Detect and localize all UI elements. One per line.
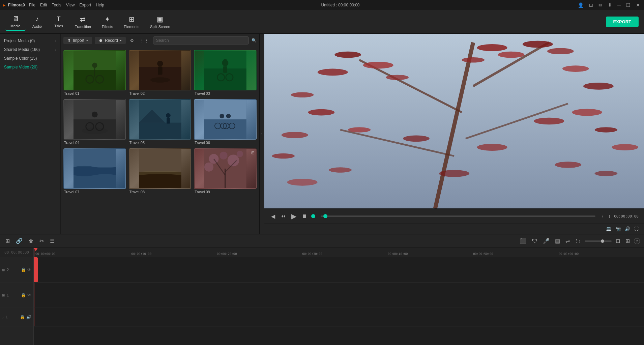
search-input[interactable]	[153, 36, 249, 45]
zoom-handle[interactable]	[601, 239, 604, 243]
export-button[interactable]: EXPORT	[606, 17, 639, 27]
toolbar-effects[interactable]: ✦ Effects	[97, 13, 118, 31]
fullscreen-icon[interactable]: 💻	[606, 226, 611, 231]
menu-edit[interactable]: Edit	[40, 3, 47, 7]
timeline: ⊞ 🔗 🗑 ✂ ☰ ⬛ 🛡 🎤 ▤ ⇌ ⭮ ⊡ ⊞ ? 00:00:00:00	[0, 234, 644, 345]
volume-icon[interactable]: 🔊	[625, 226, 630, 231]
download-icon[interactable]: ⬇	[607, 2, 613, 8]
toolbar-audio[interactable]: ♪ Audio	[27, 13, 47, 30]
track-lock-icon[interactable]: 🔒	[20, 315, 25, 319]
loop-icon[interactable]: ⭮	[574, 237, 582, 245]
sidebar-item-sample-video[interactable]: Sample Video (20)	[0, 63, 60, 71]
maximize-icon[interactable]: ⊡	[588, 2, 594, 8]
media-item-travel05[interactable]: Travel 05	[129, 99, 192, 146]
sidebar-item-shared-media[interactable]: Shared Media (166) ›	[0, 45, 60, 54]
track-scroll-area: 00:00:00:00 00:00:10:00 00:00:20:00 00:0…	[34, 248, 644, 345]
account-icon[interactable]: 👤	[577, 2, 585, 8]
media-item-travel02[interactable]: Travel 02	[129, 50, 192, 96]
delete-tool[interactable]: 🗑	[27, 238, 35, 245]
search-icon[interactable]: 🔍	[252, 38, 257, 43]
ruler-tick-0: 00:00:00:00	[35, 252, 56, 256]
media-item-travel09[interactable]: ⊞ Travel 09	[194, 148, 257, 195]
media-item-travel04[interactable]: Travel 04	[63, 99, 126, 146]
svg-point-66	[562, 65, 589, 72]
play-btn[interactable]: ▶	[290, 211, 298, 221]
track-eye-icon[interactable]: 👁	[27, 267, 31, 272]
adjust-tool[interactable]: ☰	[49, 237, 56, 245]
preview-progress-bar[interactable]	[321, 215, 595, 217]
svg-point-19	[82, 127, 108, 134]
svg-point-75	[403, 135, 430, 142]
toolbar-media[interactable]: 🖥 Media	[5, 13, 26, 31]
sidebar-item-sample-color[interactable]: Sample Color (15)	[0, 54, 60, 63]
track-lock-icon[interactable]: 🔒	[21, 293, 26, 297]
toolbar-transition[interactable]: ⇄ Transition	[70, 13, 96, 31]
menu-tools[interactable]: Tools	[52, 3, 61, 7]
track-eye-icon[interactable]: 👁	[27, 293, 31, 297]
zoom-slider[interactable]	[585, 240, 612, 242]
shield-icon[interactable]: 🛡	[531, 237, 539, 245]
media-item-travel07[interactable]: Travel 07	[63, 148, 126, 195]
track-content-audio[interactable]	[34, 308, 644, 326]
link-icon[interactable]: 🔗	[14, 237, 24, 245]
out-point-icon[interactable]: }	[609, 214, 610, 218]
progress-dot	[323, 214, 327, 218]
grid-icon[interactable]: ⋮⋮	[138, 37, 150, 44]
svg-rect-10	[158, 66, 163, 75]
svg-point-58	[498, 52, 524, 58]
track-content-1[interactable]	[34, 283, 644, 308]
record-button[interactable]: ⏺ Record ▾	[95, 37, 126, 44]
cut-tool[interactable]: ✂	[38, 237, 45, 245]
mic-icon[interactable]: 🎤	[541, 237, 551, 245]
media-item-travel06[interactable]: Travel 06	[194, 99, 257, 146]
restore-btn[interactable]: ❐	[625, 2, 632, 8]
zoom-to-fit[interactable]: ⊡	[614, 237, 621, 245]
media-item-travel01[interactable]: ⊞ Travel 01	[63, 50, 126, 96]
aspect-ratio-icon[interactable]: ⛶	[634, 226, 639, 231]
media-item-travel08[interactable]: Travel 08	[129, 148, 192, 195]
prev-frame-btn[interactable]: ◀	[270, 212, 276, 220]
track-volume-icon[interactable]: 🔊	[26, 315, 31, 319]
media-item-label: Travel 01	[63, 90, 126, 96]
audio-note-icon: ♪	[2, 315, 4, 319]
content-area: Project Media (0) › Shared Media (166) ›…	[0, 34, 644, 234]
menu-view[interactable]: View	[66, 3, 75, 7]
svg-point-64	[386, 75, 409, 80]
track-number-a1: 1	[6, 315, 8, 319]
menu-file[interactable]: File	[29, 3, 35, 7]
import-button[interactable]: ⬆ Import ▾	[63, 37, 92, 44]
timeline-settings[interactable]: ⊞	[624, 237, 631, 245]
in-point-icon[interactable]: {	[602, 214, 603, 218]
notification-icon[interactable]: ✉	[597, 2, 604, 8]
transition2-icon[interactable]: ⇌	[564, 237, 571, 245]
close-btn[interactable]: ✕	[635, 2, 641, 8]
toolbar-titles[interactable]: T Titles	[49, 13, 69, 30]
screenshot-icon[interactable]: 📷	[615, 226, 621, 231]
media-item-label: Travel 03	[194, 90, 257, 96]
media-item-label: Travel 09	[194, 189, 257, 195]
toolbar-splitscreen[interactable]: ▣ Split Screen	[145, 13, 175, 31]
stop-btn[interactable]: ⏹	[300, 212, 309, 220]
help-icon[interactable]: ?	[634, 238, 640, 244]
track-1-icons: 🔒 👁	[21, 293, 31, 297]
menu-export[interactable]: Export	[79, 3, 91, 7]
sidebar-item-project-media[interactable]: Project Media (0) ›	[0, 36, 60, 45]
render-icon[interactable]: ⬛	[519, 237, 528, 245]
filter-icon[interactable]: ⚙	[128, 37, 136, 44]
track-lock-icon[interactable]: 🔒	[21, 267, 26, 272]
svg-point-9	[157, 61, 163, 66]
caption-icon[interactable]: ▤	[554, 237, 561, 245]
timeline-inner: 00:00:00:00 ⊞ 2 🔒 👁 ⊞ 1 🔒 👁	[0, 248, 644, 345]
skip-back-btn[interactable]: ⏮	[279, 212, 287, 220]
media-thumb-travel06	[194, 99, 257, 140]
collapse-arrow-icon: ‹	[261, 132, 262, 136]
track-header-audio: ♪ 1 🔒 🔊	[0, 308, 33, 326]
media-item-travel03[interactable]: Travel 03	[194, 50, 257, 96]
track-content-2[interactable]	[34, 257, 644, 283]
minimize-btn[interactable]: ─	[616, 2, 622, 8]
media-item-label: Travel 05	[129, 140, 192, 146]
add-media-icon[interactable]: ⊞	[4, 237, 11, 245]
menu-help[interactable]: Help	[96, 3, 104, 7]
panel-collapse-button[interactable]: ‹	[260, 34, 264, 234]
toolbar-elements[interactable]: ⊞ Elements	[119, 13, 144, 31]
